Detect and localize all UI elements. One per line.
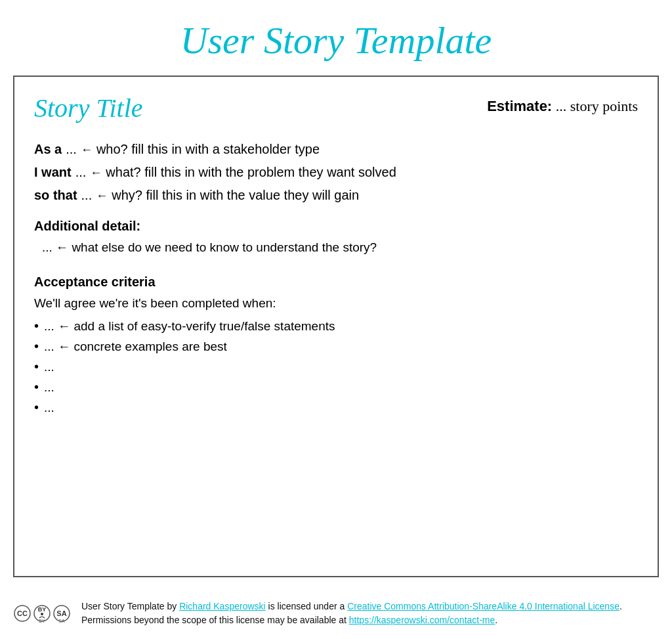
footer: CC BY SA BY SA User Story Template by Ri… [0,590,672,639]
i-want-arrow: ← [90,166,102,180]
story-title: Story Title [34,93,143,123]
footer-period: . [495,615,497,625]
criteria-item-0: ... ← add a list of easy-to-verify true/… [34,319,638,334]
svg-text:SA: SA [56,609,66,617]
page-title: User Story Template [167,0,505,76]
license-link[interactable]: Creative Commons Attribution-ShareAlike … [347,601,620,611]
author-link[interactable]: Richard Kasperowski [179,601,266,611]
cc-badge-icon: CC BY SA BY SA [13,602,71,625]
as-a-hint: who? fill this in with a stakeholder typ… [96,142,320,157]
estimate-label: Estimate: [487,98,552,114]
svg-text:CC: CC [17,609,28,617]
footer-text: User Story Template by Richard Kasperows… [81,600,659,627]
acceptance-intro: We'll agree we're it's been completed wh… [34,296,638,311]
story-card: Story Title Estimate: ... story points A… [13,76,659,577]
svg-text:BY: BY [39,619,45,623]
criteria-list: ... ← add a list of easy-to-verify true/… [34,319,638,415]
so-that-keyword: so that [34,188,77,203]
i-want-hint: what? fill this in with the problem they… [106,165,396,180]
estimate-block: Estimate: ... story points [487,93,638,115]
so-that-dots: ... [81,188,93,203]
additional-detail-heading: Additional detail: [34,219,638,234]
as-a-line: As a ... ← who? fill this in with a stak… [34,142,638,157]
criteria-item-2: ... [34,359,638,374]
as-a-arrow: ← [81,143,93,157]
as-a-dots: ... [66,142,77,157]
footer-prefix: User Story Template by [81,601,179,611]
acceptance-heading: Acceptance criteria [34,275,638,290]
svg-point-4 [41,613,43,615]
so-that-arrow: ← [96,189,108,203]
criteria-item-4: ... [34,400,638,415]
additional-detail-text: ... ← what else do we need to know to un… [42,240,638,255]
acceptance-section: Acceptance criteria We'll agree we're it… [34,275,638,415]
additional-detail-section: Additional detail: ... ← what else do we… [34,219,638,255]
i-want-line: I want ... ← what? fill this in with the… [34,165,638,180]
footer-license-prefix: is licensed under a [266,601,348,611]
i-want-keyword: I want [34,165,72,180]
card-header: Story Title Estimate: ... story points [34,93,638,123]
criteria-item-3: ... [34,380,638,395]
so-that-line: so that ... ← why? fill this in with the… [34,188,638,203]
criteria-item-1: ... ← concrete examples are best [34,339,638,354]
i-want-dots: ... [75,165,87,180]
as-a-keyword: As a [34,142,62,157]
contact-link[interactable]: https://kasperowski.com/contact-me [349,615,495,625]
estimate-value: ... story points [556,98,638,114]
svg-text:SA: SA [58,619,65,623]
svg-text:BY: BY [38,606,47,613]
so-that-hint: why? fill this in with the value they wi… [112,188,359,203]
story-formula: As a ... ← who? fill this in with a stak… [34,142,638,203]
